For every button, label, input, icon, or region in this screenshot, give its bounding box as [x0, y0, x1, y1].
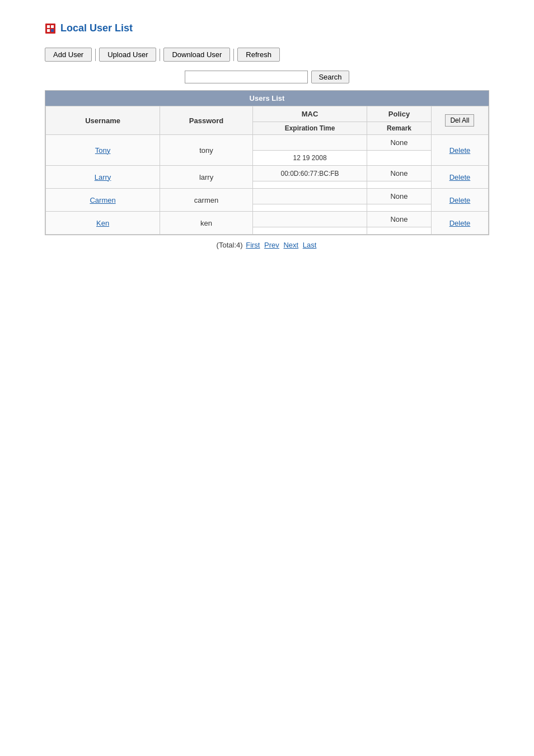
user-password-cell: carmen — [160, 189, 253, 212]
svg-rect-0 — [45, 24, 55, 34]
user-username-cell: Tony — [46, 135, 160, 166]
pagination-prev[interactable]: Prev — [264, 241, 279, 249]
pagination-next[interactable]: Next — [283, 241, 298, 249]
user-delete-cell: Delete — [431, 135, 488, 166]
user-policy-cell: None — [367, 166, 432, 181]
users-table: Username Password MAC Policy Del All Exp… — [45, 106, 489, 235]
svg-rect-3 — [47, 29, 50, 32]
col-header-password: Password — [160, 106, 253, 135]
user-expiration-cell — [252, 204, 367, 212]
table-row: Tony tony None Delete — [46, 135, 489, 151]
user-link-carmen[interactable]: Carmen — [90, 196, 115, 204]
table-header-row: Username Password MAC Policy Del All — [46, 106, 489, 122]
delete-button-tony[interactable]: Delete — [449, 146, 471, 155]
user-username-cell: Ken — [46, 212, 160, 235]
user-password-cell: larry — [160, 166, 253, 189]
user-expiration-cell — [252, 181, 367, 189]
svg-rect-4 — [51, 29, 54, 32]
table-row: Ken ken None Delete — [46, 212, 489, 227]
user-policy-cell: None — [367, 189, 432, 204]
page-title-text: Local User List — [60, 22, 133, 34]
toolbar-separator-3 — [233, 49, 234, 61]
user-expiration-cell: 12 19 2008 — [252, 151, 367, 166]
col-header-mac: MAC — [252, 106, 367, 122]
pagination-last[interactable]: Last — [303, 241, 317, 249]
user-mac-cell — [252, 189, 367, 204]
search-button[interactable]: Search — [311, 71, 349, 83]
user-username-cell: Larry — [46, 166, 160, 189]
refresh-button[interactable]: Refresh — [237, 48, 280, 62]
user-password-cell: ken — [160, 212, 253, 235]
pagination-total: (Total:4) — [217, 241, 243, 249]
download-user-button[interactable]: Download User — [163, 48, 230, 62]
user-remark-cell — [367, 204, 432, 212]
search-bar: Search — [45, 71, 489, 83]
user-link-ken[interactable]: Ken — [96, 219, 109, 227]
user-mac-cell — [252, 135, 367, 151]
user-mac-cell — [252, 212, 367, 227]
upload-user-button[interactable]: Upload User — [99, 48, 156, 62]
del-all-button[interactable]: Del All — [445, 114, 474, 127]
user-password-cell: tony — [160, 135, 253, 166]
user-delete-cell: Delete — [431, 166, 488, 189]
user-expiration-cell — [252, 227, 367, 235]
user-delete-cell: Delete — [431, 189, 488, 212]
col-header-policy: Policy — [367, 106, 432, 122]
pagination: (Total:4) First Prev Next Last — [45, 241, 489, 249]
user-remark-cell — [367, 151, 432, 166]
local-user-list-icon — [45, 23, 56, 34]
search-input[interactable] — [185, 71, 308, 83]
toolbar-separator-2 — [160, 49, 160, 61]
col-header-remark: Remark — [367, 122, 432, 135]
users-table-wrapper: Users List Username Password MAC Policy … — [45, 90, 489, 235]
col-header-username: Username — [46, 106, 160, 135]
table-row: Carmen carmen None Delete — [46, 189, 489, 204]
user-mac-cell: 00:0D:60:77:BC:FB — [252, 166, 367, 181]
delete-button-ken[interactable]: Delete — [449, 219, 471, 227]
delete-button-carmen[interactable]: Delete — [449, 196, 471, 204]
user-link-tony[interactable]: Tony — [95, 146, 110, 155]
pagination-first[interactable]: First — [246, 241, 260, 249]
col-header-expiration: Expiration Time — [252, 122, 367, 135]
del-all-cell: Del All — [431, 106, 488, 135]
page-title-area: Local User List — [45, 22, 489, 34]
delete-button-larry[interactable]: Delete — [449, 173, 471, 181]
svg-rect-2 — [51, 25, 54, 28]
toolbar: Add User Upload User Download User Refre… — [45, 48, 489, 62]
user-policy-cell: None — [367, 212, 432, 227]
user-delete-cell: Delete — [431, 212, 488, 235]
table-row: Larry larry 00:0D:60:77:BC:FB None Delet… — [46, 166, 489, 181]
svg-rect-1 — [47, 25, 50, 28]
user-policy-cell: None — [367, 135, 432, 151]
toolbar-separator-1 — [95, 49, 96, 61]
user-username-cell: Carmen — [46, 189, 160, 212]
user-remark-cell — [367, 227, 432, 235]
user-link-larry[interactable]: Larry — [95, 173, 111, 181]
add-user-button[interactable]: Add User — [45, 48, 92, 62]
users-list-header: Users List — [45, 91, 489, 106]
user-remark-cell — [367, 181, 432, 189]
